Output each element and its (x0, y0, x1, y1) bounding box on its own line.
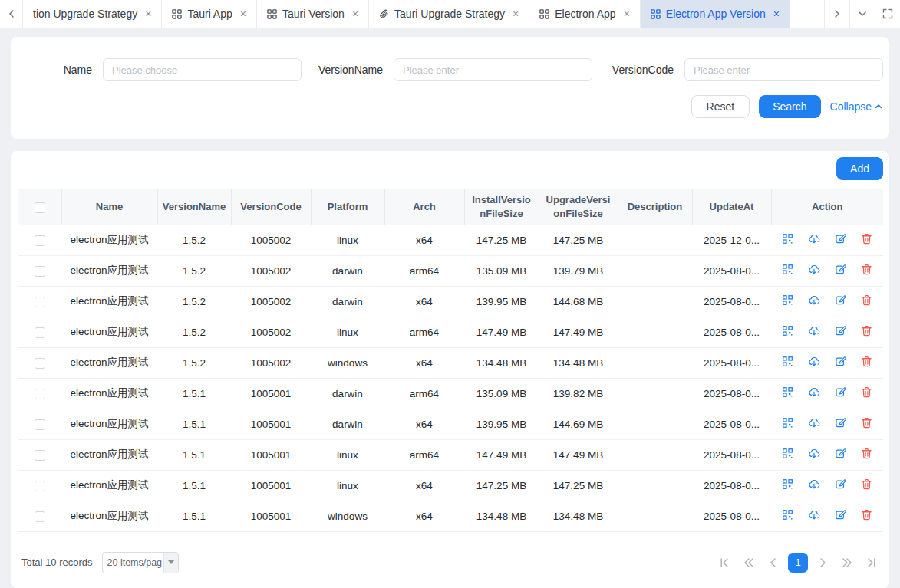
qrcode-icon[interactable] (782, 294, 793, 306)
delete-icon[interactable] (861, 448, 872, 459)
header-platform: Platform (311, 189, 384, 225)
tab[interactable]: Electron App Version × (641, 0, 790, 28)
close-icon[interactable]: × (145, 8, 151, 19)
tab[interactable]: Tauri App × (162, 0, 257, 28)
cell-upgradeversionfilesize: 134.48 MB (539, 347, 618, 378)
cloud-download-icon[interactable] (808, 356, 820, 368)
edit-icon[interactable] (835, 478, 846, 490)
add-button[interactable]: Add (836, 157, 883, 180)
edit-icon[interactable] (835, 233, 846, 245)
row-checkbox[interactable] (35, 235, 45, 246)
tabs-menu-button[interactable] (849, 0, 875, 28)
qrcode-icon[interactable] (782, 325, 793, 337)
row-checkbox[interactable] (35, 297, 45, 307)
qrcode-icon[interactable] (782, 417, 793, 429)
row-checkbox[interactable] (35, 266, 45, 277)
tab-label: Tauri Upgrade Strategy (394, 8, 505, 20)
delete-icon[interactable] (861, 294, 872, 306)
cell-installversionfilesize: 147.49 MB (464, 439, 539, 470)
delete-icon[interactable] (861, 386, 872, 398)
qrcode-icon[interactable] (782, 356, 793, 367)
row-checkbox[interactable] (35, 419, 45, 430)
cell-installversionfilesize: 147.25 MB (464, 225, 539, 255)
scroll-tabs-left-button[interactable] (0, 0, 23, 28)
prev-page-button[interactable] (763, 553, 783, 573)
edit-icon[interactable] (835, 509, 846, 521)
row-checkbox[interactable] (35, 511, 45, 522)
cell-versionname: 1.5.1 (157, 470, 231, 501)
cloud-download-icon[interactable] (808, 325, 820, 337)
close-icon[interactable]: × (240, 8, 246, 19)
jump-back-button[interactable] (739, 553, 759, 573)
edit-icon[interactable] (835, 264, 846, 275)
delete-icon[interactable] (861, 478, 872, 490)
reset-button[interactable]: Reset (691, 95, 750, 118)
tab[interactable]: Tauri Version × (257, 0, 369, 28)
delete-icon[interactable] (861, 509, 872, 521)
jump-forward-button[interactable] (837, 553, 857, 573)
page-1-button[interactable]: 1 (788, 553, 808, 573)
row-checkbox[interactable] (35, 327, 45, 338)
cloud-download-icon[interactable] (808, 264, 820, 276)
fullscreen-button[interactable] (875, 0, 900, 28)
tab[interactable]: tion Upgrade Strategy × (23, 0, 162, 28)
tab[interactable]: Electron App × (529, 0, 641, 28)
search-button[interactable]: Search (759, 95, 820, 118)
cell-updateat: 2025-08-0... (692, 409, 771, 439)
qrcode-icon[interactable] (782, 478, 793, 490)
cloud-download-icon[interactable] (808, 509, 820, 521)
edit-icon[interactable] (835, 294, 846, 306)
cell-platform: linux (311, 225, 384, 255)
cloud-download-icon[interactable] (808, 448, 820, 460)
edit-icon[interactable] (835, 417, 846, 429)
edit-icon[interactable] (835, 448, 846, 459)
page-size-select[interactable]: 20 items/pag (102, 552, 179, 573)
table-toolbar: Add (18, 157, 883, 189)
cloud-download-icon[interactable] (808, 386, 820, 399)
name-label: Name (11, 64, 92, 76)
row-checkbox[interactable] (35, 358, 45, 369)
select-all-checkbox[interactable] (35, 202, 45, 213)
scroll-tabs-right-button[interactable] (824, 0, 849, 28)
versionname-input[interactable] (394, 58, 592, 81)
row-checkbox[interactable] (35, 450, 45, 461)
cell-platform: darwin (311, 255, 384, 286)
next-page-button[interactable] (813, 553, 832, 573)
delete-icon[interactable] (861, 233, 872, 245)
row-checkbox[interactable] (35, 481, 45, 491)
cell-versionname: 1.5.2 (157, 347, 231, 378)
cloud-download-icon[interactable] (808, 478, 820, 491)
delete-icon[interactable] (861, 325, 872, 337)
header-arch: Arch (384, 189, 464, 225)
row-checkbox[interactable] (35, 389, 45, 399)
delete-icon[interactable] (861, 264, 872, 275)
last-page-button[interactable] (862, 553, 882, 573)
versioncode-input[interactable] (684, 58, 883, 81)
collapse-link[interactable]: Collapse (830, 100, 883, 113)
qrcode-icon[interactable] (782, 509, 793, 521)
first-page-button[interactable] (714, 553, 734, 573)
qrcode-icon[interactable] (782, 233, 793, 245)
name-input[interactable] (103, 58, 302, 81)
delete-icon[interactable] (861, 356, 872, 367)
cloud-download-icon[interactable] (808, 417, 820, 429)
cloud-download-icon[interactable] (808, 233, 820, 245)
close-icon[interactable]: × (352, 8, 358, 19)
close-icon[interactable]: × (513, 8, 519, 19)
close-icon[interactable]: × (773, 8, 780, 19)
qrcode-icon[interactable] (782, 264, 793, 275)
delete-icon[interactable] (861, 417, 872, 429)
cell-versionname: 1.5.1 (157, 378, 231, 409)
tab[interactable]: Tauri Upgrade Strategy × (369, 0, 529, 28)
cloud-download-icon[interactable] (808, 294, 820, 307)
close-icon[interactable]: × (624, 8, 630, 19)
edit-icon[interactable] (835, 356, 846, 367)
qrcode-icon[interactable] (782, 448, 793, 459)
cell-arch: x64 (384, 409, 464, 439)
grid-icon (267, 9, 277, 19)
qrcode-icon[interactable] (782, 386, 793, 398)
cell-name: electron应用测试 (61, 501, 157, 531)
edit-icon[interactable] (835, 386, 846, 398)
chevron-down-icon (857, 8, 868, 19)
edit-icon[interactable] (835, 325, 846, 337)
